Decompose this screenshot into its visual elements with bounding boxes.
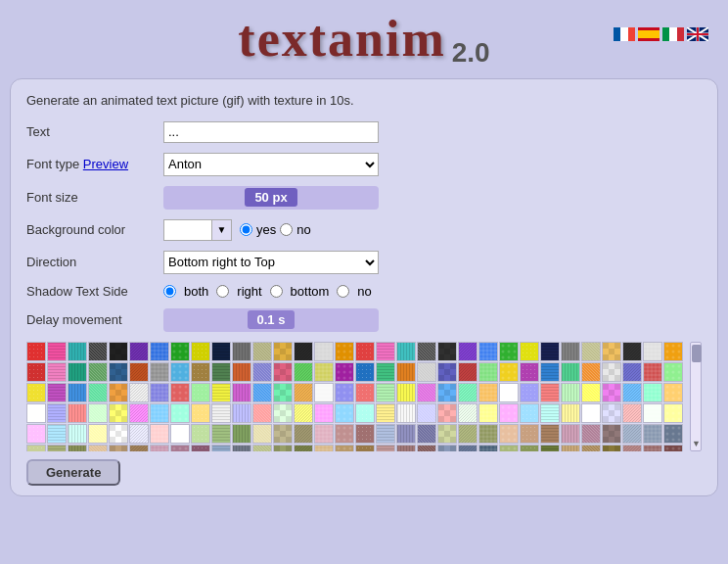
texture-cell[interactable] <box>355 424 375 444</box>
texture-cell[interactable] <box>335 362 354 382</box>
texture-cell[interactable] <box>109 445 128 451</box>
preview-link[interactable]: Preview <box>83 157 128 171</box>
texture-cell[interactable] <box>478 403 498 423</box>
texture-cell[interactable] <box>314 342 334 361</box>
texture-cell[interactable] <box>170 445 190 451</box>
texture-cell[interactable] <box>499 445 519 451</box>
flag-en[interactable] <box>687 27 708 41</box>
texture-cell[interactable] <box>314 445 334 451</box>
texture-cell[interactable] <box>376 342 395 361</box>
texture-cell[interactable] <box>355 403 375 423</box>
texture-cell[interactable] <box>622 342 642 361</box>
texture-cell[interactable] <box>663 424 683 444</box>
texture-cell[interactable] <box>396 362 416 382</box>
texture-cell[interactable] <box>396 403 416 423</box>
scrollbar-track[interactable]: ▼ <box>690 342 702 451</box>
texture-cell[interactable] <box>520 362 539 382</box>
texture-cell[interactable] <box>540 403 560 423</box>
texture-cell[interactable] <box>437 362 457 382</box>
bg-no-radio[interactable] <box>280 223 293 236</box>
texture-cell[interactable] <box>520 383 539 402</box>
texture-cell[interactable] <box>170 403 190 423</box>
shadow-both-radio[interactable] <box>163 285 176 298</box>
texture-cell[interactable] <box>478 342 498 361</box>
texture-cell[interactable] <box>376 362 395 382</box>
texture-cell[interactable] <box>622 362 642 382</box>
texture-cell[interactable] <box>88 424 108 444</box>
texture-cell[interactable] <box>150 342 169 361</box>
texture-cell[interactable] <box>602 342 621 361</box>
texture-cell[interactable] <box>417 383 436 402</box>
texture-cell[interactable] <box>602 403 621 423</box>
texture-cell[interactable] <box>663 342 683 361</box>
texture-cell[interactable] <box>150 445 169 451</box>
texture-cell[interactable] <box>68 362 87 382</box>
texture-cell[interactable] <box>170 383 190 402</box>
texture-cell[interactable] <box>170 342 190 361</box>
texture-cell[interactable] <box>170 424 190 444</box>
flag-it[interactable] <box>662 27 684 41</box>
texture-cell[interactable] <box>643 342 662 361</box>
texture-cell[interactable] <box>129 445 149 451</box>
texture-cell[interactable] <box>191 445 210 451</box>
texture-cell[interactable] <box>252 383 272 402</box>
texture-cell[interactable] <box>602 362 621 382</box>
texture-cell[interactable] <box>170 362 190 382</box>
texture-cell[interactable] <box>232 424 251 444</box>
texture-cell[interactable] <box>458 362 478 382</box>
texture-cell[interactable] <box>273 362 293 382</box>
texture-cell[interactable] <box>252 445 272 451</box>
texture-cell[interactable] <box>129 342 149 361</box>
texture-cell[interactable] <box>273 342 293 361</box>
texture-cell[interactable] <box>520 445 539 451</box>
texture-cell[interactable] <box>335 383 354 402</box>
texture-cell[interactable] <box>294 424 313 444</box>
texture-cell[interactable] <box>540 424 560 444</box>
texture-cell[interactable] <box>643 362 662 382</box>
texture-cell[interactable] <box>437 383 457 402</box>
texture-cell[interactable] <box>211 424 231 444</box>
texture-cell[interactable] <box>109 342 128 361</box>
texture-cell[interactable] <box>499 424 519 444</box>
texture-cell[interactable] <box>109 403 128 423</box>
texture-cell[interactable] <box>540 383 560 402</box>
texture-cell[interactable] <box>26 445 46 451</box>
texture-cell[interactable] <box>191 424 210 444</box>
texture-cell[interactable] <box>232 445 251 451</box>
flag-es[interactable] <box>638 27 660 41</box>
texture-cell[interactable] <box>109 424 128 444</box>
texture-cell[interactable] <box>150 362 169 382</box>
texture-cell[interactable] <box>294 342 313 361</box>
texture-cell[interactable] <box>26 342 46 361</box>
texture-cell[interactable] <box>561 403 580 423</box>
texture-cell[interactable] <box>47 383 67 402</box>
texture-cell[interactable] <box>109 362 128 382</box>
texture-cell[interactable] <box>232 362 251 382</box>
texture-cell[interactable] <box>26 383 46 402</box>
color-box[interactable] <box>163 219 212 241</box>
texture-cell[interactable] <box>335 424 354 444</box>
texture-cell[interactable] <box>191 342 210 361</box>
texture-cell[interactable] <box>643 424 662 444</box>
flag-fr[interactable] <box>614 27 635 41</box>
texture-cell[interactable] <box>26 362 46 382</box>
texture-cell[interactable] <box>581 342 601 361</box>
texture-cell[interactable] <box>26 403 46 423</box>
texture-cell[interactable] <box>663 362 683 382</box>
texture-cell[interactable] <box>376 403 395 423</box>
texture-cell[interactable] <box>437 445 457 451</box>
texture-cell[interactable] <box>417 403 436 423</box>
texture-cell[interactable] <box>581 424 601 444</box>
texture-cell[interactable] <box>458 342 478 361</box>
texture-cell[interactable] <box>540 342 560 361</box>
texture-cell[interactable] <box>396 342 416 361</box>
texture-cell[interactable] <box>335 403 354 423</box>
texture-cell[interactable] <box>540 445 560 451</box>
scroll-down-icon[interactable]: ▼ <box>692 439 701 448</box>
texture-cell[interactable] <box>47 424 67 444</box>
texture-cell[interactable] <box>437 424 457 444</box>
texture-cell[interactable] <box>335 445 354 451</box>
texture-cell[interactable] <box>396 424 416 444</box>
texture-cell[interactable] <box>355 342 375 361</box>
texture-cell[interactable] <box>478 383 498 402</box>
